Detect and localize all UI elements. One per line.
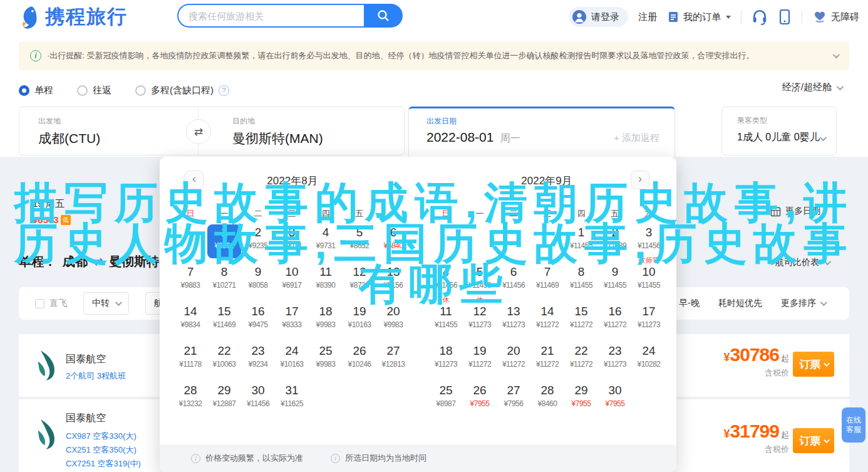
calendar-day-cell[interactable]: 1¥6361	[207, 224, 241, 258]
day-number: 22	[217, 344, 230, 358]
calendar-day-cell[interactable]: 24¥10282	[632, 343, 666, 382]
my-orders-menu[interactable]: 我的订单	[667, 11, 731, 23]
sort-by-duration[interactable]: 耗时短优先	[718, 298, 762, 309]
arrival-field[interactable]: 目的地 曼彻斯特(MAN)	[232, 116, 323, 147]
calendar-day-cell[interactable]: 27¥7956	[497, 382, 530, 422]
calendar-day-cell[interactable]: 休11¥11455	[429, 303, 463, 343]
calendar-day-cell[interactable]: 8¥11455	[564, 264, 598, 303]
calendar-day-cell[interactable]: 19¥11272	[463, 343, 497, 382]
calendar-day-cell[interactable]: 14¥9834	[173, 303, 207, 343]
calendar-day-cell[interactable]: 24¥10163	[275, 343, 309, 382]
calendar-day-cell[interactable]: 20¥11272	[497, 343, 530, 382]
calendar-day-cell[interactable]: 10¥6917	[275, 264, 309, 303]
day-number: 5	[477, 265, 483, 279]
departure-field[interactable]: 出发地 成都(CTU)	[38, 116, 100, 147]
calendar-day-cell[interactable]: 6¥11456	[497, 264, 530, 303]
book-button[interactable]: 订票	[793, 352, 834, 377]
calendar-day-cell[interactable]: 23¥11273	[598, 343, 632, 382]
headset-icon[interactable]	[752, 9, 768, 25]
calendar-day-cell[interactable]: 22¥11272	[564, 343, 598, 382]
register-link[interactable]: 注册	[638, 11, 657, 23]
calendar-day-cell[interactable]: 13¥11273	[497, 303, 530, 343]
sort-by-time[interactable]: 早-晚	[679, 298, 700, 309]
book-button[interactable]: 订票	[793, 428, 834, 453]
calendar-day-cell[interactable]: 25¥9983	[309, 343, 343, 382]
calendar-day-cell[interactable]: 6¥5840	[376, 224, 410, 264]
calendar-day-cell[interactable]: 17¥11273	[632, 303, 666, 343]
calendar-day-cell[interactable]: 15¥11272	[564, 303, 598, 343]
flight-detail-link[interactable]: CX7251 空客319(中)	[66, 457, 141, 471]
calendar-day-cell[interactable]: 14¥11272	[530, 303, 564, 343]
flight-detail-link[interactable]: 2个航司 3程航班	[66, 369, 126, 383]
radio-roundtrip[interactable]: 往返	[77, 85, 111, 97]
calendar-day-cell[interactable]: 18¥9983	[309, 303, 343, 343]
calendar-day-cell[interactable]: 9¥11455	[598, 264, 632, 303]
mobile-app-icon[interactable]	[778, 9, 792, 25]
calendar-day-cell[interactable]: 26¥7955	[463, 382, 497, 422]
ctrip-logo[interactable]: 携程旅行	[16, 4, 128, 30]
prev-month-button[interactable]: ‹	[185, 170, 204, 189]
calendar-day-cell[interactable]: 17¥8333	[275, 303, 309, 343]
passenger-card[interactable]: 乘客类型 1成人 0儿童 0婴儿	[721, 107, 837, 155]
swap-cities-button[interactable]: ⇄	[186, 119, 211, 144]
calendar-day-cell[interactable]: 15¥11469	[207, 303, 241, 343]
chevron-down-icon[interactable]	[833, 51, 840, 58]
calendar-day-cell[interactable]: 18¥11273	[429, 343, 463, 382]
flight-detail-link[interactable]: CX251 空客350(大)	[66, 443, 141, 457]
calendar-day-cell[interactable]: 20¥9983	[376, 303, 410, 343]
calendar-day-cell[interactable]: 26¥10246	[343, 343, 376, 382]
help-icon[interactable]: ?	[219, 85, 229, 96]
calendar-day-cell[interactable]: 21¥11272	[530, 343, 564, 382]
calendar-day-cell[interactable]: 13¥9156	[376, 264, 410, 303]
radio-oneway[interactable]: 单程	[19, 85, 53, 97]
calendar-day-cell[interactable]: 27¥12813	[376, 343, 410, 382]
calendar-day-cell[interactable]: 3¥9034	[275, 224, 309, 264]
calendar-day-cell[interactable]: 28¥8460	[530, 382, 564, 422]
calendar-day-cell[interactable]: 19¥10163	[343, 303, 376, 343]
flight-detail-link[interactable]: CX987 空客330(大)	[66, 429, 141, 443]
search-input[interactable]	[177, 4, 364, 28]
calendar-day-cell[interactable]: 5¥8652	[343, 224, 376, 264]
airline-compare-link[interactable]: 航司比价表	[775, 257, 829, 268]
date-strip-item[interactable]: 19 周五 ¥6543 低	[33, 198, 71, 225]
search-button[interactable]	[364, 4, 403, 28]
login-button[interactable]: 请登录	[569, 7, 628, 27]
calendar-day-cell[interactable]: 12¥8736	[343, 264, 376, 303]
accessibility-button[interactable]: 无障碍	[812, 9, 859, 24]
day-number: 28	[183, 384, 197, 397]
add-return-button[interactable]: + 添加返程	[614, 132, 659, 144]
calendar-day-cell[interactable]: 11¥8390	[309, 264, 343, 303]
calendar-day-cell[interactable]: 25¥8987	[429, 382, 463, 422]
calendar-day-cell[interactable]: 31¥11625	[275, 382, 309, 422]
radio-multicity[interactable]: 多程(含缺口程) ?	[135, 85, 229, 97]
online-service-tab[interactable]: 在线客服	[842, 407, 865, 443]
calendar-day-cell[interactable]: 28¥13232	[173, 382, 207, 422]
calendar-day-cell[interactable]: 7¥9883	[173, 264, 207, 303]
transfer-dropdown[interactable]: 中转	[83, 292, 129, 315]
calendar-day-cell[interactable]: 7¥11469	[530, 264, 564, 303]
calendar-day-cell[interactable]: 教师节10¥11455	[632, 264, 666, 303]
calendar-day-cell[interactable]: 2¥11089	[598, 224, 632, 264]
calendar-day-cell[interactable]: 休12¥11273	[463, 303, 497, 343]
calendar-day-cell[interactable]: 1¥11455	[564, 224, 598, 264]
calendar-day-cell[interactable]: 8¥10271	[207, 264, 241, 303]
calendar-day-cell[interactable]: 23¥9234	[241, 343, 275, 382]
more-dates-button[interactable]: 更多日期	[770, 206, 820, 217]
calendar-day-cell[interactable]: 29¥12887	[207, 382, 241, 422]
date-card[interactable]: 出发日期 2022-08-01 周一 + 添加返程	[408, 107, 675, 157]
calendar-day-cell[interactable]: 22¥10063	[207, 343, 241, 382]
calendar-day-cell[interactable]: 4¥9731	[309, 224, 343, 264]
calendar-day-cell[interactable]: 16¥11272	[598, 303, 632, 343]
orders-icon	[667, 11, 679, 23]
calendar-day-cell[interactable]: 9¥8058	[241, 264, 275, 303]
calendar-day-cell[interactable]: 2¥9235	[241, 224, 275, 264]
calendar-day-cell[interactable]: 16¥9475	[241, 303, 275, 343]
calendar-day-cell[interactable]: 30¥7955	[598, 382, 632, 422]
cabin-class-selector[interactable]: 经济/超经舱	[782, 81, 842, 93]
direct-flight-checkbox[interactable]	[35, 299, 44, 308]
sort-more-dropdown[interactable]: 更多排序	[781, 298, 825, 309]
calendar-day-cell[interactable]: 21¥11178	[173, 343, 207, 382]
calendar-day-cell[interactable]: 30¥11456	[241, 382, 275, 422]
calendar-day-cell[interactable]: 29¥7955	[564, 382, 598, 422]
next-month-button[interactable]: ›	[631, 170, 649, 189]
